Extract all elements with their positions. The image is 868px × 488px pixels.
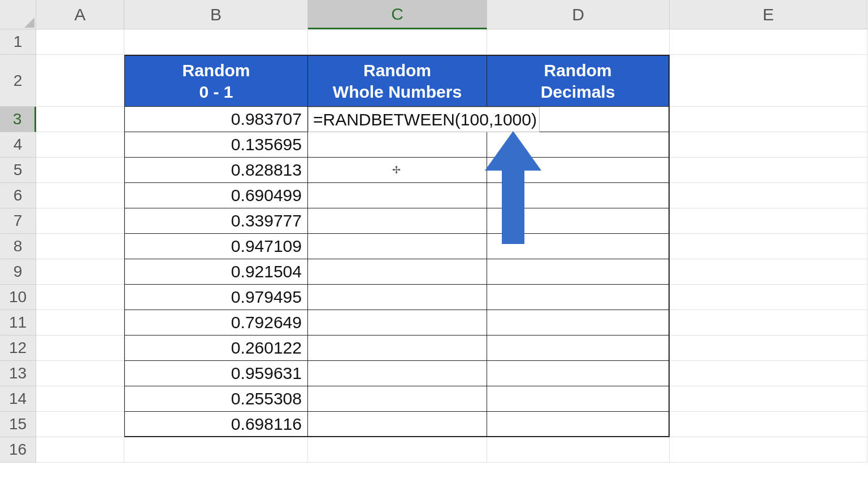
column-header-e[interactable]: E <box>670 0 867 29</box>
row-header-16[interactable]: 16 <box>0 437 36 463</box>
cell[interactable] <box>308 259 487 285</box>
cell-value[interactable]: 0.135695 <box>124 132 308 158</box>
cell[interactable] <box>670 208 867 234</box>
cell[interactable] <box>36 158 124 183</box>
cell[interactable] <box>36 55 124 107</box>
cell-value[interactable]: 0.947109 <box>124 234 308 259</box>
table-header-c[interactable]: Random Whole Numbers <box>308 55 487 107</box>
cell[interactable] <box>670 386 867 412</box>
cell[interactable] <box>487 437 670 463</box>
cell[interactable] <box>308 437 487 463</box>
cell[interactable] <box>487 336 670 361</box>
column-header-a[interactable]: A <box>36 0 124 29</box>
cell[interactable] <box>308 285 487 310</box>
cell[interactable] <box>487 412 670 437</box>
cell[interactable] <box>670 29 867 55</box>
cell[interactable] <box>36 208 124 234</box>
column-header-c[interactable]: C <box>308 0 487 29</box>
cell-value[interactable]: 0.690499 <box>124 183 308 208</box>
cell[interactable] <box>308 386 487 412</box>
row-header-13[interactable]: 13 <box>0 361 36 386</box>
cell[interactable] <box>308 412 487 437</box>
cell[interactable] <box>308 361 487 386</box>
row-header-2[interactable]: 2 <box>0 55 36 107</box>
cell[interactable] <box>36 259 124 285</box>
cell[interactable] <box>36 285 124 310</box>
cell[interactable] <box>670 107 867 132</box>
row-header-12[interactable]: 12 <box>0 336 36 361</box>
cell[interactable] <box>670 336 867 361</box>
formula-input[interactable]: =RANDBETWEEN(100,1000) <box>308 107 540 132</box>
cell[interactable] <box>308 310 487 336</box>
row-header-14[interactable]: 14 <box>0 386 36 412</box>
cell-value[interactable]: 0.339777 <box>124 208 308 234</box>
row-header-10[interactable]: 10 <box>0 285 36 310</box>
cell[interactable] <box>36 361 124 386</box>
cell[interactable] <box>308 29 487 55</box>
cell[interactable] <box>308 208 487 234</box>
cell[interactable] <box>487 259 670 285</box>
cell[interactable] <box>36 437 124 463</box>
row-header-6[interactable]: 6 <box>0 183 36 208</box>
cell[interactable] <box>36 183 124 208</box>
select-all-corner[interactable] <box>0 0 36 29</box>
row-header-5[interactable]: 5 <box>0 158 36 183</box>
cell[interactable] <box>487 361 670 386</box>
cell[interactable] <box>670 310 867 336</box>
cell-value[interactable]: 0.921504 <box>124 259 308 285</box>
cell[interactable] <box>124 29 308 55</box>
row-header-4[interactable]: 4 <box>0 132 36 158</box>
column-header-b[interactable]: B <box>124 0 308 29</box>
cell[interactable] <box>36 107 124 132</box>
cell-value[interactable]: 0.255308 <box>124 386 308 412</box>
row-header-3[interactable]: 3 <box>0 107 36 132</box>
cell[interactable] <box>308 132 487 158</box>
cell[interactable] <box>670 285 867 310</box>
cell[interactable] <box>670 259 867 285</box>
cell[interactable] <box>308 234 487 259</box>
cell-value[interactable]: 0.828813 <box>124 158 308 183</box>
cell[interactable] <box>487 386 670 412</box>
cell-value[interactable]: 0.959631 <box>124 361 308 386</box>
cell[interactable] <box>670 55 867 107</box>
cell[interactable] <box>670 437 867 463</box>
cell[interactable] <box>36 412 124 437</box>
grid-row: 0.698116 <box>36 412 867 437</box>
row-header-15[interactable]: 15 <box>0 412 36 437</box>
row-header-11[interactable]: 11 <box>0 310 36 336</box>
cell-value[interactable]: 0.979495 <box>124 285 308 310</box>
cell[interactable] <box>124 437 308 463</box>
cell[interactable] <box>670 412 867 437</box>
row-header-1[interactable]: 1 <box>0 29 36 55</box>
cell[interactable] <box>487 29 670 55</box>
grid-row: 0.983707 =RANDBETWEEN(100,1000) <box>36 107 867 132</box>
row-header-8[interactable]: 8 <box>0 234 36 259</box>
cell[interactable] <box>36 386 124 412</box>
cell[interactable] <box>670 158 867 183</box>
cell[interactable] <box>670 361 867 386</box>
cell[interactable] <box>487 285 670 310</box>
table-header-b[interactable]: Random 0 - 1 <box>124 55 308 107</box>
cell[interactable] <box>36 29 124 55</box>
cell[interactable] <box>308 183 487 208</box>
grid-row: 0.260122 <box>36 336 867 361</box>
header-text: Decimals <box>541 81 615 103</box>
cell[interactable] <box>36 132 124 158</box>
formula-cell[interactable]: =RANDBETWEEN(100,1000) <box>308 107 487 132</box>
cell[interactable] <box>36 310 124 336</box>
cell-value[interactable]: 0.983707 <box>124 107 308 132</box>
cell[interactable] <box>670 183 867 208</box>
row-header-9[interactable]: 9 <box>0 259 36 285</box>
row-header-7[interactable]: 7 <box>0 208 36 234</box>
cell[interactable] <box>670 234 867 259</box>
cell[interactable] <box>308 336 487 361</box>
cell[interactable] <box>36 336 124 361</box>
cell-value[interactable]: 0.792649 <box>124 310 308 336</box>
cell[interactable] <box>36 234 124 259</box>
cell-value[interactable]: 0.698116 <box>124 412 308 437</box>
cell-value[interactable]: 0.260122 <box>124 336 308 361</box>
cell[interactable] <box>670 132 867 158</box>
cell[interactable] <box>487 310 670 336</box>
table-header-d[interactable]: Random Decimals <box>487 55 670 107</box>
column-header-d[interactable]: D <box>487 0 670 29</box>
